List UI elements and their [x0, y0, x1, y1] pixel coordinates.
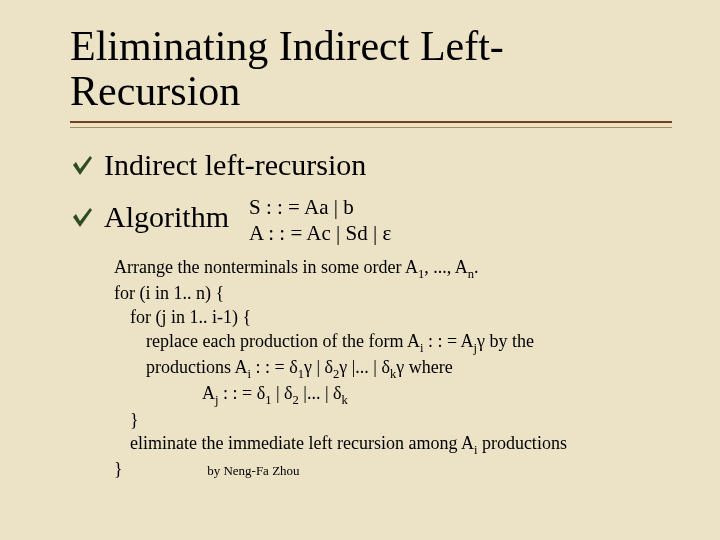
algo-line-3: for (j in 1.. i-1) {	[114, 306, 672, 330]
algo-line-4: replace each production of the form Ai :…	[114, 330, 672, 356]
check-icon	[70, 205, 94, 229]
grammar-line-1: S : : = Aa | b	[249, 194, 391, 220]
title-line-2: Recursion	[70, 68, 240, 114]
slide: Eliminating Indirect Left- Recursion Ind…	[0, 0, 720, 502]
t: γ |... | δ	[339, 357, 390, 377]
algo-line-5: productions Ai : : = δ1γ | δ2γ |... | δk…	[114, 356, 672, 382]
t: : : = δ	[251, 357, 298, 377]
algo-line-6: Aj : : = δ1 | δ2 |... | δk	[114, 382, 672, 408]
t: γ | δ	[304, 357, 333, 377]
t: }	[114, 459, 123, 479]
title-line-1: Eliminating Indirect Left-	[70, 23, 504, 69]
sub: k	[342, 393, 348, 407]
t: A	[202, 383, 215, 403]
t: | δ	[271, 383, 292, 403]
t: γ where	[396, 357, 452, 377]
bullet-indirect-label: Indirect left-recursion	[104, 148, 366, 182]
t: productions	[477, 433, 567, 453]
grammar-line-2: A : : = Ac | Sd | ε	[249, 220, 391, 246]
algorithm-row: Algorithm S : : = Aa | b A : : = Ac | Sd…	[70, 200, 672, 247]
grammar-block: S : : = Aa | b A : : = Ac | Sd | ε	[249, 194, 391, 247]
algo-line-7: }	[114, 409, 672, 433]
t: Arrange the nonterminals in some order A	[114, 257, 418, 277]
algo-line-2: for (i in 1.. n) {	[114, 282, 672, 306]
t: γ by the	[477, 331, 534, 351]
t: replace each production of the form A	[146, 331, 420, 351]
algo-line-9: } by Neng-Fa Zhou	[114, 458, 672, 482]
t: eliminate the immediate left recursion a…	[130, 433, 474, 453]
bullet-indirect: Indirect left-recursion	[70, 148, 672, 182]
t: : : = A	[423, 331, 473, 351]
t: productions A	[146, 357, 248, 377]
t: , ..., A	[424, 257, 468, 277]
t: : : = δ	[219, 383, 266, 403]
algo-line-8: eliminate the immediate left recursion a…	[114, 432, 672, 458]
t: .	[474, 257, 479, 277]
bullet-algorithm-label: Algorithm	[104, 200, 229, 234]
byline: by Neng-Fa Zhou	[127, 463, 299, 478]
check-icon	[70, 153, 94, 177]
title-underline	[70, 127, 672, 128]
page-title: Eliminating Indirect Left- Recursion	[70, 24, 672, 123]
t: |... | δ	[299, 383, 342, 403]
algorithm-body: Arrange the nonterminals in some order A…	[114, 256, 672, 482]
bullet-algorithm: Algorithm	[70, 200, 229, 234]
algo-line-1: Arrange the nonterminals in some order A…	[114, 256, 672, 282]
